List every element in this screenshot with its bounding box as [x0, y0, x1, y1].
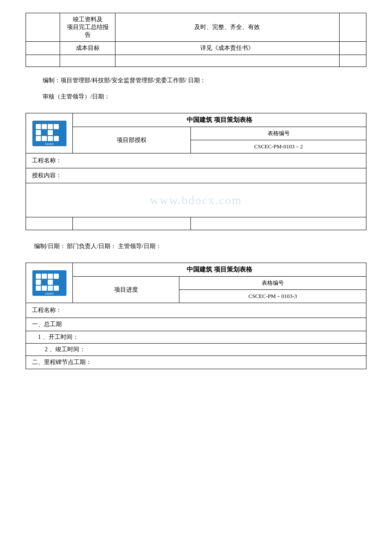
svg-rect-5: [36, 130, 41, 135]
svg-text:cscec: cscec: [45, 142, 53, 146]
svg-rect-4: [54, 124, 59, 129]
card2-header-row: cscec 中国建筑 项目策划表格: [26, 263, 366, 277]
table-row: 成本目标 详见《成本责任书》: [26, 42, 366, 55]
card1-logo-cell: cscec: [26, 113, 73, 153]
card1-table: cscec 中国建筑 项目策划表格 项目部授权 表格编号 CSCEC-PM-01…: [26, 113, 366, 230]
card2-item2: 2 、竣工时间：: [26, 344, 366, 356]
card1-content-row: www.bdocx.com: [26, 183, 366, 217]
svg-rect-20: [42, 286, 47, 291]
card1-header-row: cscec 中国建筑 项目策划表格: [26, 113, 366, 127]
svg-rect-7: [36, 136, 41, 141]
card2-field1-row: 工程名称：: [26, 303, 366, 318]
card2-code-value: CSCEC-PM－0103-3: [179, 290, 366, 303]
table-row-empty: [26, 55, 366, 67]
svg-rect-2: [42, 124, 47, 129]
card1-org-title: 中国建筑 项目策划表格: [73, 113, 366, 127]
value-cell-1: 及时、完整、齐全、有效: [115, 13, 340, 42]
svg-rect-13: [36, 274, 41, 279]
card1-code-value: CSCEC-PM-0103－2: [191, 140, 366, 153]
card2-item2-row: 2 、竣工时间：: [26, 344, 366, 356]
card1-empty-row: [26, 217, 366, 230]
label-cell-2: 成本目标: [60, 42, 115, 55]
empty-cell-3: [26, 42, 60, 55]
svg-rect-1: [36, 124, 41, 129]
svg-rect-8: [42, 136, 47, 141]
sign-line-1: 编制：项目管理部/科技部/安全监督管理部/党委工作部/ 日期：: [43, 75, 366, 87]
svg-text:cscec: cscec: [45, 292, 53, 295]
empty-cell-8: [339, 55, 366, 67]
card2-section1: 一、总工期: [26, 318, 366, 331]
card2-form-row: 项目进度 表格编号: [26, 277, 366, 290]
card1-form-row: 项目部授权 表格编号: [26, 127, 366, 140]
svg-rect-17: [36, 280, 41, 285]
svg-rect-10: [54, 136, 59, 141]
label-cell-1: 竣工资料及项目完工总结报告: [60, 13, 115, 42]
card2-form-label: 项目进度: [73, 277, 179, 303]
empty-cell-6: [60, 55, 115, 67]
card2-field1-label: 工程名称：: [26, 303, 366, 318]
card2-item1: 1 、开工时间：: [26, 331, 366, 344]
card2-org-title: 中国建筑 项目策划表格: [73, 263, 366, 277]
empty-cell-1: [26, 13, 60, 42]
svg-rect-15: [48, 274, 53, 279]
svg-rect-6: [48, 130, 53, 135]
empty-b: [73, 217, 191, 230]
card-authorization: cscec 中国建筑 项目策划表格 项目部授权 表格编号 CSCEC-PM-01…: [26, 113, 366, 230]
svg-rect-16: [54, 274, 59, 279]
card2-table: cscec 中国建筑 项目策划表格 项目进度 表格编号 CSCEC-PM－010…: [26, 263, 366, 369]
card2-section1-row: 一、总工期: [26, 318, 366, 331]
value-cell-2: 详见《成本责任书》: [115, 42, 340, 55]
svg-rect-18: [48, 280, 53, 285]
card2-logo-cell: cscec: [26, 263, 73, 303]
card2-code-label: 表格编号: [179, 277, 366, 290]
card1-field1-row: 工程名称：: [26, 153, 366, 168]
card1-code-label: 表格编号: [191, 127, 366, 140]
empty-cell-7: [115, 55, 340, 67]
empty-cell-5: [26, 55, 60, 67]
card1-watermark-cell: www.bdocx.com: [26, 183, 366, 217]
empty-cell-2: [339, 13, 366, 42]
svg-rect-3: [48, 124, 53, 129]
card1-field2-label: 授权内容：: [26, 168, 366, 183]
card1-field2-row: 授权内容：: [26, 168, 366, 183]
empty-a: [26, 217, 73, 230]
svg-rect-9: [48, 136, 53, 141]
svg-rect-21: [48, 286, 53, 291]
card2-item1-row: 1 、开工时间：: [26, 331, 366, 344]
watermark-text: www.bdocx.com: [150, 194, 242, 207]
card1-form-label: 项目部授权: [73, 127, 191, 153]
card2-section2-row: 二、里程碑节点工期：: [26, 356, 366, 369]
empty-c: [191, 217, 366, 230]
empty-cell-4: [339, 42, 366, 55]
card2-section2: 二、里程碑节点工期：: [26, 356, 366, 369]
svg-rect-22: [54, 286, 59, 291]
top-summary-table: 竣工资料及项目完工总结报告 及时、完整、齐全、有效 成本目标 详见《成本责任书》: [26, 13, 366, 67]
table-row: 竣工资料及项目完工总结报告 及时、完整、齐全、有效: [26, 13, 366, 42]
card1-sign-line: 编制/日期： 部门负责人/日期： 主管领导/日期：: [34, 240, 366, 252]
svg-rect-19: [36, 286, 41, 291]
card1-field1-label: 工程名称：: [26, 153, 366, 168]
sign-line-2: 审核（主管领导）/日期：: [43, 91, 366, 103]
cscec-logo2-icon: cscec: [32, 270, 66, 296]
svg-rect-14: [42, 274, 47, 279]
cscec-logo-icon: cscec: [32, 121, 66, 146]
card-progress: cscec 中国建筑 项目策划表格 项目进度 表格编号 CSCEC-PM－010…: [26, 263, 366, 369]
